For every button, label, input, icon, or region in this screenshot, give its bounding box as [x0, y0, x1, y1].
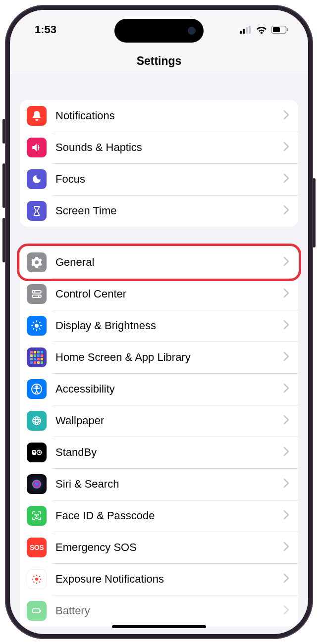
- battery-row-icon: [27, 601, 47, 621]
- chevron-right-icon: [284, 320, 289, 332]
- svg-rect-39: [33, 609, 40, 613]
- row-label: Siri & Search: [55, 478, 284, 491]
- svg-rect-9: [32, 295, 41, 297]
- notifications-icon: [27, 106, 47, 126]
- row-label: StandBy: [55, 446, 284, 459]
- chevron-right-icon: [284, 574, 289, 585]
- chevron-right-icon: [284, 257, 289, 268]
- chevron-right-icon: [284, 384, 289, 395]
- svg-point-31: [36, 575, 37, 576]
- svg-line-18: [33, 329, 34, 329]
- svg-point-35: [33, 576, 34, 577]
- row-focus[interactable]: Focus: [20, 163, 298, 195]
- row-siri-search[interactable]: Siri & Search: [20, 468, 298, 500]
- svg-rect-40: [40, 610, 41, 612]
- chevron-right-icon: [284, 142, 289, 153]
- svg-rect-0: [240, 31, 242, 34]
- display-icon: [27, 316, 47, 336]
- row-battery[interactable]: Battery: [20, 595, 298, 627]
- row-label: Sounds & Haptics: [55, 141, 284, 154]
- home-indicator[interactable]: [112, 625, 206, 628]
- row-label: Notifications: [55, 109, 284, 122]
- phone-frame: 1:53: [5, 5, 313, 639]
- svg-point-27: [32, 480, 41, 489]
- volume-up-button: [2, 163, 5, 208]
- chevron-right-icon: [284, 605, 289, 617]
- row-label: Battery: [55, 604, 284, 617]
- row-screen-time[interactable]: Screen Time: [20, 195, 298, 227]
- dynamic-island: [114, 19, 204, 43]
- row-accessibility[interactable]: Accessibility: [20, 373, 298, 405]
- row-standby[interactable]: StandBy: [20, 437, 298, 468]
- control-center-icon: [27, 284, 47, 304]
- row-notifications[interactable]: Notifications: [20, 100, 298, 132]
- siri-icon: [27, 474, 47, 494]
- mute-switch: [2, 119, 5, 144]
- power-button: [313, 178, 316, 248]
- chevron-right-icon: [284, 289, 289, 300]
- chevron-right-icon: [284, 110, 289, 122]
- chevron-right-icon: [284, 447, 289, 458]
- row-label: Face ID & Passcode: [55, 509, 284, 522]
- row-emergency-sos[interactable]: SOS Emergency SOS: [20, 532, 298, 563]
- standby-icon: [27, 443, 47, 462]
- svg-point-24: [35, 417, 38, 425]
- row-general[interactable]: General: [20, 247, 298, 278]
- chevron-right-icon: [284, 174, 289, 185]
- row-home-screen[interactable]: Home Screen & App Library: [20, 342, 298, 373]
- volume-down-button: [2, 218, 5, 262]
- row-label: General: [55, 256, 284, 269]
- nav-title: Settings: [10, 50, 308, 75]
- row-label: Display & Brightness: [55, 319, 284, 332]
- svg-point-29: [38, 514, 39, 515]
- screen: 1:53: [10, 10, 308, 634]
- screen-time-icon: [27, 201, 47, 221]
- svg-point-28: [35, 514, 36, 515]
- row-wallpaper[interactable]: Wallpaper: [20, 405, 298, 437]
- row-display-brightness[interactable]: Display & Brightness: [20, 310, 298, 342]
- row-control-center[interactable]: Control Center: [20, 278, 298, 310]
- settings-group: Notifications Sounds & Haptics: [20, 100, 298, 227]
- battery-icon: [271, 26, 288, 34]
- home-screen-icon: [27, 347, 47, 367]
- chevron-right-icon: [284, 352, 289, 363]
- svg-point-36: [39, 582, 40, 583]
- row-label: Control Center: [55, 288, 284, 300]
- chevron-right-icon: [284, 205, 289, 217]
- status-time: 1:53: [35, 23, 56, 36]
- svg-point-8: [34, 291, 36, 293]
- svg-line-19: [40, 322, 40, 323]
- row-label: Emergency SOS: [55, 541, 284, 554]
- general-icon: [27, 252, 47, 272]
- row-sounds-haptics[interactable]: Sounds & Haptics: [20, 132, 298, 163]
- row-label: Screen Time: [55, 204, 284, 217]
- exposure-icon: [27, 569, 47, 589]
- face-id-icon: [27, 506, 47, 526]
- row-label: Accessibility: [55, 383, 284, 396]
- focus-icon: [27, 169, 47, 189]
- row-face-id[interactable]: Face ID & Passcode: [20, 500, 298, 532]
- svg-point-33: [32, 579, 33, 580]
- svg-point-23: [33, 419, 41, 422]
- svg-rect-5: [273, 27, 280, 32]
- chevron-right-icon: [284, 415, 289, 427]
- sos-icon: SOS: [27, 538, 47, 557]
- svg-rect-7: [32, 291, 41, 293]
- chevron-right-icon: [284, 479, 289, 490]
- svg-point-32: [36, 583, 37, 584]
- row-label: Home Screen & App Library: [55, 351, 284, 364]
- accessibility-icon: [27, 379, 47, 399]
- svg-point-30: [35, 578, 38, 581]
- wallpaper-icon: [27, 411, 47, 431]
- row-label: Focus: [55, 173, 284, 186]
- wifi-icon: [256, 25, 267, 34]
- settings-list[interactable]: Notifications Sounds & Haptics: [10, 75, 308, 627]
- sounds-icon: [27, 138, 47, 157]
- svg-point-38: [39, 576, 40, 577]
- svg-point-10: [38, 296, 40, 297]
- svg-point-34: [40, 579, 41, 580]
- row-exposure-notifications[interactable]: Exposure Notifications: [20, 563, 298, 595]
- row-label: Wallpaper: [55, 414, 284, 427]
- svg-line-17: [40, 329, 40, 329]
- svg-rect-1: [243, 29, 245, 34]
